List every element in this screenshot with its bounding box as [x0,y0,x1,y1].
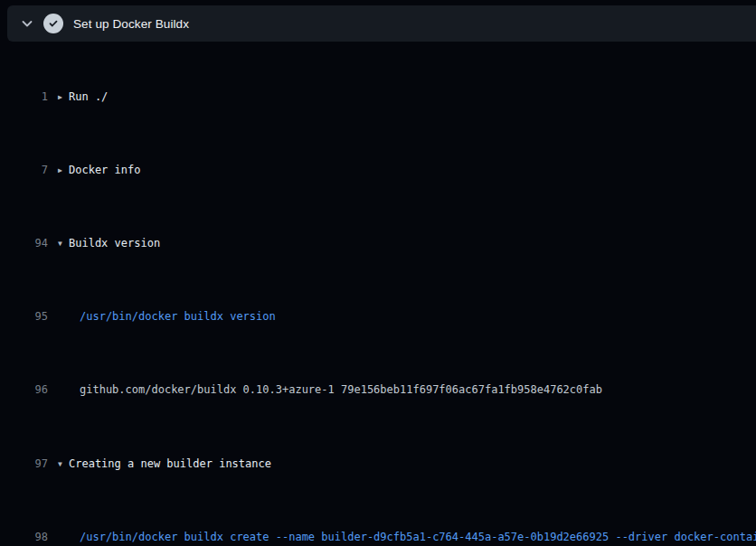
log-group-row: 97 ▼Creating a new builder instance [0,455,756,473]
line-number[interactable]: 1 [0,88,48,106]
triangle-down-icon[interactable]: ▼ [58,456,69,473]
line-number[interactable]: 7 [0,161,48,179]
triangle-down-icon[interactable]: ▼ [58,235,69,252]
log-group-toggle[interactable]: ▼Creating a new builder instance [48,455,756,473]
log-group-row: 1 ▶Run ./ [0,88,756,106]
log-row: 95 /usr/bin/docker buildx version [0,307,756,325]
check-circle-icon [43,14,63,33]
chevron-down-icon[interactable] [20,16,34,31]
log-group-toggle[interactable]: ▶Run ./ [48,88,756,106]
log-group-row: 7 ▶Docker info [0,161,756,179]
log-group-toggle[interactable]: ▼Buildx version [48,234,756,252]
step-header[interactable]: Set up Docker Buildx [7,5,756,42]
log-line-text: github.com/docker/buildx 0.10.3+azure-1 … [48,381,756,399]
log-row: 96 github.com/docker/buildx 0.10.3+azure… [0,381,756,399]
triangle-right-icon[interactable]: ▶ [58,89,69,106]
log-line-text: /usr/bin/docker buildx version [48,307,756,325]
line-number[interactable]: 95 [0,307,48,325]
line-number[interactable]: 94 [0,234,48,252]
log-line-text: /usr/bin/docker buildx create --name bui… [48,528,756,546]
step-title: Set up Docker Buildx [73,17,189,31]
log-row: 98 /usr/bin/docker buildx create --name … [0,528,756,546]
line-number[interactable]: 97 [0,455,48,473]
triangle-right-icon[interactable]: ▶ [58,162,69,179]
line-number[interactable]: 96 [0,381,48,399]
log-group-row: 94 ▼Buildx version [0,234,756,252]
line-number[interactable]: 98 [0,528,48,546]
log-output: 1 ▶Run ./ 7 ▶Docker info 94 ▼Buildx vers… [0,42,756,546]
log-group-toggle[interactable]: ▶Docker info [48,161,756,179]
